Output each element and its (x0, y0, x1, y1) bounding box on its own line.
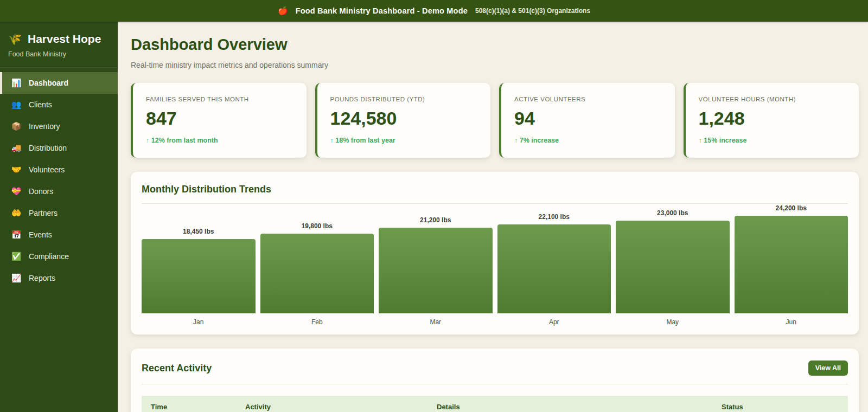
bar-value-label: 18,450 lbs (183, 228, 214, 235)
bar-value-label: 19,800 lbs (302, 222, 333, 230)
sidebar-item-label: Volunteers (29, 165, 65, 174)
bar-slot-jun: 24,200 lbs (735, 204, 848, 313)
org-name: Harvest Hope (28, 33, 101, 46)
topbar: 🍎 Food Bank Ministry Dashboard - Demo Mo… (0, 0, 868, 22)
bar-slot-feb: 19,800 lbs (260, 222, 374, 313)
sidebar-item-label: Donors (29, 187, 53, 196)
wheat-icon: 🌾 (8, 33, 22, 46)
organization-type-label: 508(c)(1)(a) & 501(c)(3) Organizations (475, 7, 590, 15)
bar-chart: 18,450 lbs19,800 lbs21,200 lbs22,100 lbs… (142, 204, 848, 313)
distribution-truck-icon: 🚚 (11, 143, 22, 153)
page-title: Dashboard Overview (131, 36, 859, 54)
stat-card-0: FAMILIES SERVED THIS MONTH847↑ 12% from … (131, 83, 307, 158)
sidebar-header: 🌾 Harvest Hope Food Bank Ministry (0, 22, 118, 67)
sidebar-item-label: Reports (29, 274, 55, 282)
sidebar-item-donors[interactable]: 💝Donors (0, 181, 118, 202)
distribution-trends-panel: Monthly Distribution Trends 18,450 lbs19… (131, 172, 859, 334)
sidebar-item-reports[interactable]: 📈Reports (0, 267, 118, 289)
stat-value: 94 (514, 109, 662, 127)
bar-apr (497, 224, 611, 313)
org-subtitle: Food Bank Ministry (8, 50, 110, 58)
reports-graph-icon: 📈 (11, 273, 22, 283)
sidebar-item-events[interactable]: 📅Events (0, 224, 118, 246)
x-axis-label-jun: Jun (735, 318, 848, 326)
sidebar: 🌾 Harvest Hope Food Bank Ministry 📊Dashb… (0, 22, 118, 412)
bar-value-label: 21,200 lbs (420, 216, 451, 224)
stat-trend: ↑ 7% increase (514, 137, 662, 144)
stat-trend: ↑ 18% from last year (330, 137, 478, 144)
bar-value-label: 24,200 lbs (776, 204, 807, 212)
sidebar-item-label: Inventory (29, 122, 60, 131)
x-axis-label-jan: Jan (142, 318, 256, 326)
column-header-status: Status (712, 396, 848, 412)
stat-label: FAMILIES SERVED THIS MONTH (146, 96, 293, 102)
x-axis-label-apr: Apr (497, 318, 611, 326)
x-axis-label-may: May (616, 318, 730, 326)
activity-title: Recent Activity (142, 363, 212, 374)
stat-trend: ↑ 15% increase (699, 137, 846, 144)
partners-hands-icon: 🤲 (11, 208, 22, 218)
bar-value-label: 22,100 lbs (539, 213, 570, 221)
x-axis-label-mar: Mar (379, 318, 493, 326)
sidebar-item-inventory[interactable]: 📦Inventory (0, 115, 118, 137)
compliance-check-icon: ✅ (11, 252, 22, 261)
activity-header: Recent Activity View All (142, 360, 848, 376)
stat-label: POUNDS DISTRIBUTED (YTD) (330, 96, 478, 102)
sidebar-item-compliance[interactable]: ✅Compliance (0, 246, 118, 267)
clients-people-icon: 👥 (11, 100, 22, 110)
volunteers-handshake-icon: 🤝 (11, 165, 22, 175)
sidebar-item-label: Clients (29, 100, 52, 109)
dashboard-chart-icon: 📊 (11, 78, 22, 88)
sidebar-item-distribution[interactable]: 🚚Distribution (0, 137, 118, 159)
stats-row: FAMILIES SERVED THIS MONTH847↑ 12% from … (131, 83, 859, 158)
sidebar-nav: 📊Dashboard👥Clients📦Inventory🚚Distributio… (0, 72, 118, 289)
stat-label: ACTIVE VOLUNTEERS (514, 96, 662, 102)
column-header-details: Details (427, 396, 712, 412)
sidebar-item-label: Dashboard (29, 79, 68, 87)
main-content: Dashboard Overview Real-time ministry im… (118, 22, 868, 412)
logo-row: 🌾 Harvest Hope (8, 33, 110, 46)
chart-x-axis-labels: JanFebMarAprMayJun (142, 318, 848, 326)
bar-feb (260, 234, 374, 313)
column-header-time: Time (142, 396, 236, 412)
sidebar-item-dashboard[interactable]: 📊Dashboard (0, 72, 118, 94)
stat-value: 1,248 (699, 109, 846, 127)
bar-value-label: 23,000 lbs (657, 209, 688, 217)
bar-slot-jan: 18,450 lbs (142, 228, 256, 313)
stat-card-2: ACTIVE VOLUNTEERS94↑ 7% increase (499, 83, 675, 158)
bar-slot-apr: 22,100 lbs (497, 213, 611, 313)
activity-table-header: TimeActivityDetailsStatus (142, 396, 848, 412)
x-axis-label-feb: Feb (260, 318, 374, 326)
stat-value: 124,580 (330, 109, 478, 127)
bar-slot-mar: 21,200 lbs (379, 216, 493, 313)
donors-heart-icon: 💝 (11, 186, 22, 196)
page-subtitle: Real-time ministry impact metrics and op… (131, 61, 859, 69)
view-all-button[interactable]: View All (808, 360, 848, 376)
apple-icon: 🍎 (278, 6, 288, 16)
bar-slot-may: 23,000 lbs (616, 209, 730, 313)
sidebar-item-volunteers[interactable]: 🤝Volunteers (0, 159, 118, 181)
sidebar-item-label: Compliance (29, 252, 69, 261)
stat-label: VOLUNTEER HOURS (MONTH) (699, 96, 846, 102)
chart-title: Monthly Distribution Trends (142, 184, 848, 195)
inventory-box-icon: 📦 (11, 121, 22, 131)
stat-trend: ↑ 12% from last month (146, 137, 293, 144)
bar-jan (142, 239, 256, 313)
stat-card-1: POUNDS DISTRIBUTED (YTD)124,580↑ 18% fro… (315, 83, 491, 158)
divider (142, 384, 848, 384)
bar-may (616, 221, 730, 313)
sidebar-item-label: Distribution (29, 144, 67, 152)
bar-jun (735, 216, 848, 313)
stat-card-3: VOLUNTEER HOURS (MONTH)1,248↑ 15% increa… (684, 83, 859, 158)
stat-value: 847 (146, 109, 293, 127)
bar-mar (379, 228, 493, 313)
sidebar-item-label: Partners (29, 209, 58, 217)
sidebar-item-clients[interactable]: 👥Clients (0, 94, 118, 115)
sidebar-item-partners[interactable]: 🤲Partners (0, 202, 118, 224)
column-header-activity: Activity (236, 396, 427, 412)
events-calendar-icon: 📅 (11, 230, 22, 240)
app-title: Food Bank Ministry Dashboard - Demo Mode (296, 7, 468, 15)
sidebar-item-label: Events (29, 230, 52, 239)
recent-activity-panel: Recent Activity View All TimeActivityDet… (131, 349, 859, 412)
